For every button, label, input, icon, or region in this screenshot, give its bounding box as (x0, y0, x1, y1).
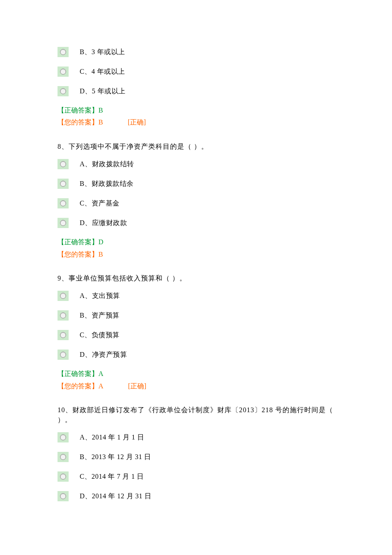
radio-icon (58, 47, 69, 57)
option-text: D、应缴财政款 (80, 218, 127, 228)
radio-icon (58, 291, 69, 301)
radio-icon (58, 350, 69, 360)
option-text: C、负债预算 (80, 330, 120, 340)
your-value: B (98, 119, 103, 126)
option-text: C、2014 年 7 月 1 日 (80, 472, 144, 481)
q9-option-b[interactable]: B、资产预算 (58, 310, 334, 321)
radio-icon (58, 159, 69, 169)
option-text: B、资产预算 (80, 311, 120, 320)
correct-label: 【正确答案】 (58, 107, 98, 114)
option-text: B、财政拨款结余 (80, 179, 134, 188)
option-text: A、支出预算 (80, 291, 120, 301)
correct-value: A (98, 370, 104, 377)
q10-option-d[interactable]: D、2014 年 12 月 31 日 (58, 491, 334, 501)
option-text: D、2014 年 12 月 31 日 (80, 491, 152, 501)
q9-option-c[interactable]: C、负债预算 (58, 330, 334, 340)
option-text: D、5 年或以上 (80, 87, 126, 96)
answer-status: [正确] (128, 119, 146, 126)
option-text: A、2014 年 1 月 1 日 (80, 433, 144, 442)
option-text: C、4 年或以上 (80, 67, 125, 76)
q10-option-c[interactable]: C、2014 年 7 月 1 日 (58, 471, 334, 482)
q8-option-a[interactable]: A、财政拨款结转 (58, 159, 334, 169)
your-value: A (98, 382, 104, 390)
q7-option-c[interactable]: C、4 年或以上 (58, 66, 334, 77)
q10-option-b[interactable]: B、2013 年 12 月 31 日 (58, 452, 334, 462)
option-text: C、资产基金 (80, 199, 120, 208)
q8-stem: 8、下列选项中不属于净资产类科目的是（ ）。 (58, 142, 334, 151)
radio-icon (58, 198, 69, 208)
q8-option-d[interactable]: D、应缴财政款 (58, 218, 334, 228)
correct-label: 【正确答案】 (58, 370, 98, 377)
radio-icon (58, 179, 69, 189)
option-text: D、净资产预算 (80, 350, 127, 359)
q9-your-answer: 【您的答案】A[正确] (58, 382, 334, 391)
q7-your-answer: 【您的答案】B[正确] (58, 118, 334, 127)
your-value: B (98, 251, 103, 258)
correct-value: D (98, 238, 104, 246)
q9-option-a[interactable]: A、支出预算 (58, 291, 334, 301)
radio-icon (58, 66, 69, 77)
your-label: 【您的答案】 (58, 251, 98, 258)
q7-correct-answer: 【正确答案】B (58, 106, 334, 115)
your-label: 【您的答案】 (58, 382, 98, 390)
radio-icon (58, 432, 69, 442)
q9-stem: 9、事业单位预算包括收入预算和（ ）。 (58, 274, 334, 283)
q10-stem: 10、财政部近日修订发布了《行政单位会计制度》财库〔2013〕218 号的施行时… (58, 405, 334, 425)
q10-option-a[interactable]: A、2014 年 1 月 1 日 (58, 432, 334, 442)
document-page: B、3 年或以上 C、4 年或以上 D、5 年或以上 【正确答案】B 【您的答案… (0, 0, 392, 555)
option-text: B、2013 年 12 月 31 日 (80, 452, 151, 462)
q7-option-d[interactable]: D、5 年或以上 (58, 86, 334, 96)
q9-correct-answer: 【正确答案】A (58, 369, 334, 379)
radio-icon (58, 310, 69, 321)
correct-label: 【正确答案】 (58, 238, 98, 246)
radio-icon (58, 491, 69, 501)
option-text: B、3 年或以上 (80, 47, 125, 57)
q9-option-d[interactable]: D、净资产预算 (58, 350, 334, 360)
option-text: A、财政拨款结转 (80, 159, 134, 169)
radio-icon (58, 86, 69, 96)
correct-value: B (98, 107, 103, 114)
q8-correct-answer: 【正确答案】D (58, 237, 334, 247)
q7-option-b[interactable]: B、3 年或以上 (58, 47, 334, 57)
radio-icon (58, 452, 69, 462)
radio-icon (58, 471, 69, 482)
radio-icon (58, 330, 69, 340)
q8-option-b[interactable]: B、财政拨款结余 (58, 179, 334, 189)
q8-option-c[interactable]: C、资产基金 (58, 198, 334, 208)
answer-status: [正确] (128, 382, 147, 390)
radio-icon (58, 218, 69, 228)
your-label: 【您的答案】 (58, 119, 98, 126)
q8-your-answer: 【您的答案】B (58, 250, 334, 259)
